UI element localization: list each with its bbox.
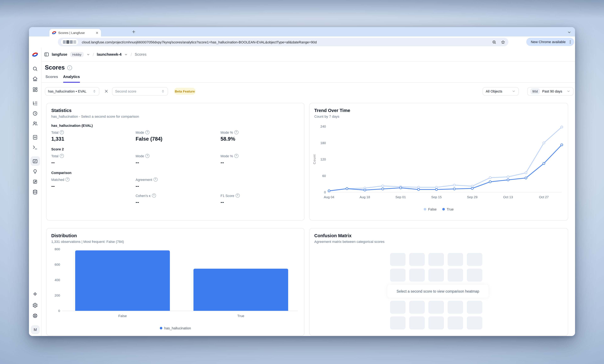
score1-select[interactable]: has_hallucination • EVAL: [45, 87, 100, 96]
page-tabs: ScoresAnalytics: [41, 73, 575, 83]
tracing-icon: [33, 101, 38, 106]
help-icon[interactable]: ?: [152, 193, 156, 198]
help-icon[interactable]: ?: [145, 154, 150, 158]
new-chrome-available-pill[interactable]: New Chrome available: [527, 38, 574, 46]
chevron-up-down-icon: [161, 89, 165, 93]
trend-legend: False True: [309, 207, 568, 211]
breadcrumb-project[interactable]: launchweek-4: [97, 52, 121, 57]
heatmap-placeholder-cell: [409, 269, 425, 282]
site-permissions-chip[interactable]: [61, 39, 78, 45]
comparison-agreement: --: [136, 183, 221, 189]
sidebar-item-home[interactable]: [29, 76, 41, 81]
help-icon[interactable]: ?: [145, 130, 150, 134]
score2-total: --: [51, 160, 136, 165]
heatmap-placeholder-cell: [467, 316, 482, 329]
new-tab-button[interactable]: [132, 30, 136, 34]
heatmap-placeholder-grid: [390, 301, 482, 329]
sidebar-item-search[interactable]: [29, 66, 41, 71]
statistics-card: Statistics has_hallucination - Select a …: [46, 103, 304, 221]
date-range-select[interactable]: 90d Past 90 days: [527, 87, 574, 96]
svg-text:Oct 13: Oct 13: [503, 195, 513, 199]
score1-total: 1,331: [51, 136, 136, 142]
browser-menu-kebab-icon[interactable]: [568, 40, 572, 44]
tab-search-chevron-icon[interactable]: [567, 30, 571, 34]
page-title: Scores: [45, 64, 65, 71]
user-avatar[interactable]: M: [31, 325, 40, 334]
info-icon[interactable]: i: [67, 65, 72, 70]
bookmark-star-icon[interactable]: [501, 40, 505, 44]
sidebar-item-users[interactable]: [29, 121, 41, 126]
tab-scores[interactable]: Scores: [45, 75, 58, 82]
sidebar-item-settings-gear[interactable]: [29, 303, 41, 308]
help-icon[interactable]: ?: [234, 154, 238, 158]
help-icon[interactable]: ?: [60, 154, 64, 158]
sidebar-item-datasets-clipboard-pen[interactable]: [29, 179, 41, 184]
beta-feature-badge: Beta Feature: [174, 88, 196, 95]
distribution-subtitle: 1,331 observations | Most frequent: Fals…: [51, 240, 300, 243]
svg-text:120: 120: [320, 157, 326, 161]
sidebar-item-prompts-file-code[interactable]: [29, 135, 41, 140]
legend-false-dot: [424, 208, 426, 211]
org-chevron-down-icon[interactable]: [87, 53, 90, 56]
browser-window: Scores | Langfuse cloud.langfuse.com/pro…: [29, 27, 575, 336]
confusion-subtitle: Agreement matrix between categorical sco…: [314, 240, 563, 243]
distribution-legend: has_hallucination: [46, 326, 304, 330]
confusion-title: Confusion Matrix: [314, 233, 563, 238]
sidebar-item-support-lifebuoy[interactable]: [29, 313, 41, 318]
svg-text:Count: Count: [313, 154, 316, 164]
heatmap-placeholder-cell: [467, 253, 482, 266]
score2-select[interactable]: Second score: [112, 87, 168, 96]
zoom-page-icon[interactable]: [492, 40, 496, 44]
comparison-matched: --: [51, 183, 136, 189]
help-icon[interactable]: ?: [66, 177, 70, 182]
breadcrumb-separator: /: [93, 52, 94, 57]
sidebar-item-scores[interactable]: [29, 159, 41, 164]
sidebar-item-dashboards[interactable]: [29, 87, 41, 92]
help-icon[interactable]: ?: [153, 177, 158, 182]
distribution-bar-chart[interactable]: 0200400600800FalseTrue: [49, 245, 302, 324]
svg-text:False: False: [118, 314, 127, 318]
trend-line-chart[interactable]: 060120180240CountAug 04Aug 18Sep 01Sep 1…: [312, 121, 565, 201]
object-type-select[interactable]: All Objects: [483, 87, 519, 96]
help-icon[interactable]: ?: [60, 130, 64, 134]
svg-text:Aug 04: Aug 04: [324, 195, 334, 199]
score2-mode-pct: --: [221, 160, 300, 165]
dashboards-icon: [33, 87, 38, 92]
sidebar-toggle-icon[interactable]: [44, 52, 49, 57]
langfuse-logo[interactable]: [29, 51, 41, 58]
browser-toolbar: cloud.langfuse.com/project/cmhnuoj660007…: [29, 37, 575, 48]
comparison-f1: --: [221, 199, 300, 205]
sparkle-icon: [33, 292, 38, 297]
new-chrome-label: New Chrome available: [531, 40, 566, 44]
sidebar-item-tracing[interactable]: [29, 101, 41, 106]
heatmap-placeholder-cell: [448, 269, 463, 282]
sidebar-item-sparkle[interactable]: [29, 292, 41, 297]
url-bar[interactable]: cloud.langfuse.com/project/cmhnuoj660007…: [58, 38, 508, 46]
chevron-down-icon: [566, 89, 570, 93]
svg-text:Sep 15: Sep 15: [431, 195, 442, 199]
help-icon[interactable]: ?: [234, 130, 238, 134]
clear-score1-icon[interactable]: [104, 89, 108, 93]
tab-analytics[interactable]: Analytics: [63, 75, 80, 83]
sidebar-item-database[interactable]: [29, 189, 41, 195]
search-icon: [33, 66, 38, 71]
heatmap-placeholder-cell: [390, 269, 405, 282]
breadcrumb-org[interactable]: langfuse: [52, 52, 67, 57]
settings-gear-icon: [33, 303, 38, 308]
legend-score-dot: [160, 327, 162, 329]
score1-mode-pct: 58.9%: [221, 136, 300, 142]
distribution-title: Distribution: [51, 233, 300, 238]
heatmap-placeholder-cell: [409, 316, 425, 329]
sidebar-item-evaluation-lightbulb[interactable]: [29, 169, 41, 174]
browser-tab[interactable]: Scores | Langfuse: [49, 29, 101, 37]
tab-close-icon[interactable]: [96, 31, 99, 34]
sidebar-item-sessions-clock[interactable]: [29, 111, 41, 116]
prompts-file-code-icon: [33, 135, 38, 140]
sidebar-item-playground-terminal[interactable]: [29, 145, 41, 150]
score2-mode: --: [136, 160, 221, 165]
legend-true-dot: [442, 208, 445, 211]
help-icon[interactable]: ?: [236, 193, 240, 198]
project-chevron-down-icon[interactable]: [125, 53, 128, 56]
trend-title: Trend Over Time: [314, 108, 563, 113]
desktop-background: Scores | Langfuse cloud.langfuse.com/pro…: [0, 0, 604, 364]
